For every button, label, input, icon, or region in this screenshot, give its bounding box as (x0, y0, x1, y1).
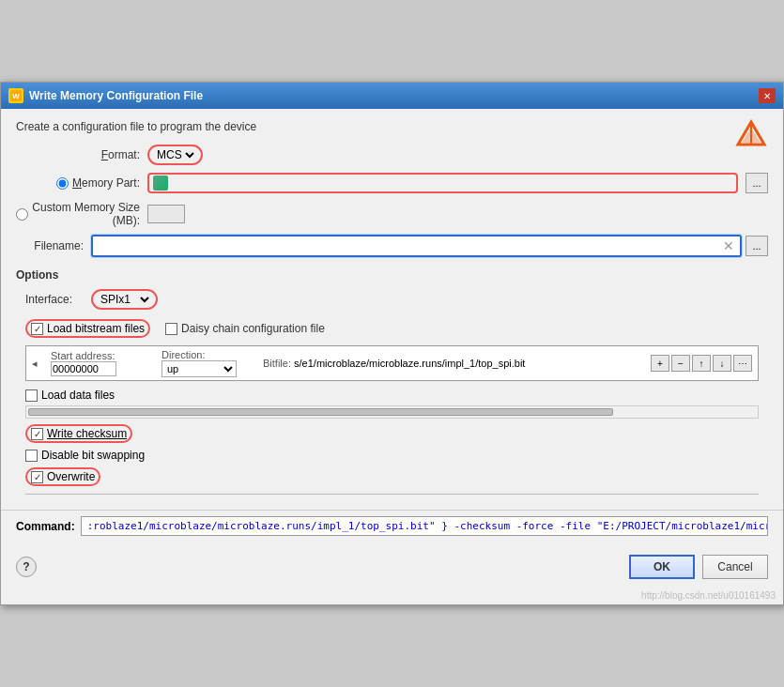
overwrite-wrapper[interactable]: ✓ Overwrite (25, 467, 100, 486)
write-checksum-row: ✓ Write checksum (25, 424, 759, 443)
memory-part-input[interactable]: s25fl032p-spi-x1_x2_x4 (172, 176, 732, 190)
title-bar-left: W Write Memory Configuration File (8, 88, 203, 103)
filename-row: Filename: E:/PROJECT/microblaze1/microbl… (16, 235, 768, 257)
load-bitstream-checkbox[interactable]: ✓ (31, 323, 43, 335)
overwrite-label[interactable]: Overwrite (47, 470, 95, 483)
watermark: http://blog.csdn.net/u010161493 (1, 588, 783, 604)
move-down-button[interactable]: ↓ (713, 355, 731, 372)
close-button[interactable]: ✕ (759, 88, 776, 103)
format-select[interactable]: MCS BIN HEX (153, 147, 197, 162)
start-address-cell: Start address: (51, 350, 154, 376)
memory-chip-icon (153, 176, 168, 191)
options-section-title: Options (16, 268, 768, 282)
help-button[interactable]: ? (16, 557, 37, 577)
load-data-checkbox[interactable] (25, 389, 38, 402)
dialog-title: Write Memory Configuration File (29, 89, 203, 102)
dialog-buttons: ? OK Cancel (1, 549, 783, 588)
filename-browse-button[interactable]: ... (746, 236, 768, 256)
overwrite-row: ✓ Overwrite (25, 467, 759, 486)
load-bitstream-wrapper[interactable]: ✓ Load bitstream files (25, 319, 150, 338)
disable-swap-checkbox[interactable] (25, 450, 38, 462)
dialog-write-memory: W Write Memory Configuration File ✕ Crea… (0, 82, 784, 605)
interface-select-wrapper[interactable]: SPIx1 SPIx2 SPIx4 BPIx8 BPIx16 (91, 289, 158, 310)
title-bar-controls: ✕ (759, 88, 776, 103)
write-checksum-wrapper[interactable]: ✓ Write checksum (25, 424, 132, 443)
memory-part-radio-label[interactable]: Memory Part: (16, 176, 140, 190)
load-bitstream-row: ✓ Load bitstream files Daisy chain confi… (16, 319, 768, 338)
direction-select[interactable]: up down (161, 360, 237, 377)
direction-cell: Direction: up down (161, 349, 255, 377)
start-address-input[interactable] (51, 361, 116, 376)
remove-row-button[interactable]: − (671, 355, 690, 372)
custom-memory-label-wrapper: Custom Memory Size (MB): (16, 201, 147, 227)
bitfile-value: s/e1/microblaze/microblaze.runs/impl_1/t… (294, 358, 525, 369)
command-label: Command: (16, 520, 75, 533)
scrollbar-thumb[interactable] (28, 408, 613, 416)
horizontal-scrollbar[interactable] (25, 405, 759, 419)
memory-part-radio[interactable] (56, 177, 69, 190)
ok-button[interactable]: OK (629, 555, 695, 579)
memory-part-browse-button[interactable]: ... (746, 173, 768, 193)
command-row: Command: :roblaze1/microblaze/microblaze… (16, 516, 768, 536)
filename-input[interactable]: E:/PROJECT/microblaze1/microblaze/top.mc… (97, 239, 723, 252)
row-arrow: ◂ (32, 358, 43, 370)
options-section: Options Interface: SPIx1 SPIx2 SPIx4 BPI… (16, 268, 768, 486)
subtitle-text: Create a configuration file to program t… (16, 120, 768, 133)
app-icon: W (8, 88, 23, 103)
daisy-chain-wrapper[interactable]: Daisy chain configuration file (165, 322, 325, 335)
command-section: Command: :roblaze1/microblaze/microblaze… (1, 510, 783, 549)
write-checksum-label[interactable]: Write checksum (47, 427, 127, 440)
overwrite-checkbox[interactable]: ✓ (31, 471, 43, 483)
row-buttons: + − ↑ ↓ ⋯ (651, 355, 752, 372)
memory-part-row: Memory Part: s25fl032p-spi-x1_x2_x4 ... (16, 173, 768, 193)
bitfile-cell: Bitfile: s/e1/microblaze/microblaze.runs… (263, 358, 643, 369)
interface-label: Interface: (25, 293, 91, 306)
move-up-button[interactable]: ↑ (692, 355, 711, 372)
filename-label: Filename: (16, 239, 91, 252)
bitstream-table: ◂ Start address: Direction: up down Bitf… (25, 345, 759, 381)
vivado-logo (734, 118, 768, 155)
svg-text:W: W (12, 92, 20, 100)
cancel-button[interactable]: Cancel (702, 555, 768, 579)
custom-memory-radio[interactable] (16, 208, 28, 221)
title-bar: W Write Memory Configuration File ✕ (1, 83, 783, 109)
load-data-label[interactable]: Load data files (41, 389, 115, 402)
custom-memory-radio-label[interactable]: Custom Memory Size (MB): (16, 201, 140, 227)
filename-clear-button[interactable]: ✕ (723, 238, 734, 253)
daisy-chain-label: Daisy chain configuration file (181, 322, 325, 335)
dialog-body: Create a configuration file to program t… (1, 109, 783, 510)
interface-select[interactable]: SPIx1 SPIx2 SPIx4 BPIx8 BPIx16 (97, 292, 152, 307)
load-bitstream-label[interactable]: Load bitstream files (47, 322, 145, 335)
daisy-chain-checkbox[interactable] (165, 323, 177, 335)
section-divider (25, 494, 759, 495)
format-row: Format: MCS BIN HEX (16, 145, 768, 165)
load-data-row: Load data files (25, 389, 759, 402)
memory-part-label-wrapper: Memory Part: (16, 176, 147, 190)
browse-bitfile-button[interactable]: ⋯ (733, 355, 752, 372)
bitstream-table-row: ◂ Start address: Direction: up down Bitf… (26, 346, 758, 380)
custom-memory-row: Custom Memory Size (MB): 4 (16, 201, 768, 227)
format-select-wrapper[interactable]: MCS BIN HEX (147, 145, 203, 165)
add-row-button[interactable]: + (651, 355, 669, 372)
disable-swap-row: Disable bit swapping (25, 449, 759, 462)
filename-input-wrapper: E:/PROJECT/microblaze1/microblaze/top.mc… (91, 235, 742, 257)
custom-memory-input[interactable]: 4 (147, 205, 185, 223)
interface-row: Interface: SPIx1 SPIx2 SPIx4 BPIx8 BPIx1… (16, 289, 768, 310)
format-label: Format: (16, 148, 147, 161)
disable-swap-label[interactable]: Disable bit swapping (41, 449, 145, 462)
write-checksum-checkbox[interactable]: ✓ (31, 428, 43, 440)
memory-part-input-wrapper: s25fl032p-spi-x1_x2_x4 (147, 173, 738, 193)
command-value: :roblaze1/microblaze/microblaze.runs/imp… (81, 516, 768, 536)
